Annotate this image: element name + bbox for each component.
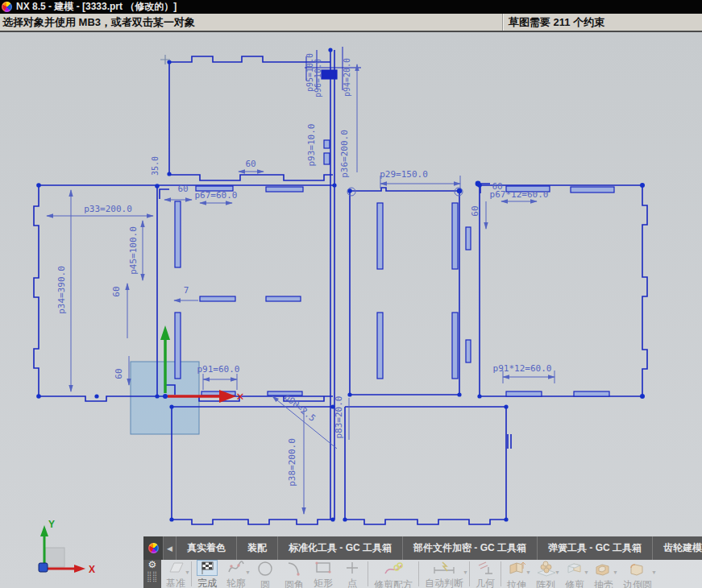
datum-plane-icon [166,561,185,575]
chevron-down-icon[interactable]: ▼ [651,569,657,575]
tool-label: 几何 [476,577,495,588]
tool-profile[interactable]: ▼ 轮廓 [222,560,251,588]
nx-logo-icon [2,2,12,12]
tool-label: 抽壳 [594,578,613,588]
chevron-down-icon[interactable]: ▼ [525,569,531,575]
dimension-label: p67=60.0 [195,190,238,201]
window-title: NX 8.5 - 建模 - [3333.prt （修改的）] [16,0,177,14]
x-axis-marker: ✕ [236,391,245,403]
fillet-icon [285,561,304,577]
bottom-toolbar: ◀ 真实着色 装配 标准化工具 - GC 工具箱 部件文件加密 - GC 工具箱… [143,536,702,588]
tool-label: 拉伸 [507,578,526,588]
sketch-geometry[interactable] [34,47,647,524]
tool-auto-dimension[interactable]: ▼ 自动判断 [420,560,468,588]
dimension-label: p29=150.0 [380,169,428,180]
tool-label: 完成 [197,577,217,588]
chevron-down-icon[interactable]: ▼ [613,569,618,575]
status-bar: 选择对象并使用 MB3，或者双击某一对象 草图需要 211 个约束 [0,14,702,32]
trim-icon [565,561,584,577]
graphics-window[interactable]: p33=200.0 p34=390.0 p45=100.0 60 35.0 60… [0,32,702,588]
circle-icon [255,561,275,577]
tab-gear-modeling-gc[interactable]: 齿轮建模 - GC 工具箱 [652,536,702,560]
tool-label: 自动判断 [425,577,463,588]
tool-shell[interactable]: ▼ 抽壳 [589,560,618,588]
tab-true-shading[interactable]: 真实着色 [176,536,236,560]
dimension-label: p93=10.0 [306,124,317,167]
tool-label: 边倒圆 [623,578,652,588]
chevron-down-icon[interactable]: ▼ [584,569,589,575]
tool-rectangle[interactable]: 矩形 [309,560,338,588]
wcs-origin-cube [39,563,48,572]
dimension-label: p83=20.0 [334,396,344,439]
tool-point[interactable]: 点 [338,560,367,588]
wcs-y-arrow [40,525,48,536]
tool-fillet[interactable]: 圆角 [280,560,309,588]
dimension-label: p45=100.0 [128,226,139,275]
dimension-label: 60 [470,205,480,216]
dimension-label: 60 [177,184,188,194]
prompt-text: 选择对象并使用 MB3，或者双击某一对象 [0,14,504,31]
tool-geometry-constraint[interactable]: 几何 [471,560,500,588]
nx-logo-button[interactable] [143,536,163,560]
dimension-label: 60 [111,286,122,296]
dimension-label: p94=20.0 [343,58,351,97]
tool-label: 圆 [260,578,270,588]
collapse-toolbar-button[interactable]: ◀ [163,536,176,560]
y-axis-arrow[interactable] [160,325,170,340]
chevron-down-icon[interactable]: ▼ [245,569,251,575]
wcs-plane [45,548,64,567]
tab-assembly[interactable]: 装配 [236,536,277,560]
chevron-down-icon[interactable]: ▼ [463,569,468,575]
dimension-label: 35.0 [151,156,160,176]
tab-standard-tools-gc[interactable]: 标准化工具 - GC 工具箱 [277,536,402,560]
trim-recipe-icon [384,561,403,577]
tool-extrude[interactable]: ▼ 拉伸 [502,560,531,588]
edge-blend-icon [628,561,647,577]
dimension-label: p34=390.0 [56,266,67,314]
nx-logo-icon [148,543,159,553]
shell-icon [594,561,613,577]
tool-label: 阵列 [536,578,555,588]
dimension-label: 60 [245,159,255,169]
wcs-x-label: X [89,564,95,575]
sketch-slots[interactable] [175,70,614,396]
tool-label: 矩形 [314,577,333,588]
tool-label: 点 [347,577,357,588]
wcs-triad: Y X [39,519,95,575]
tool-pattern[interactable]: ▼ 阵列 [531,560,560,588]
toolbar-tab-row: ◀ 真实着色 装配 标准化工具 - GC 工具箱 部件文件加密 - GC 工具箱… [143,536,702,560]
tool-edge-blend[interactable]: ▼ 边倒圆 [618,560,657,588]
chevron-down-icon[interactable]: ▼ [555,569,560,575]
wcs-y-label: Y [48,519,55,530]
dimension-label: p91=60.0 [197,364,240,375]
dimension-lines[interactable] [47,64,555,514]
tool-datum[interactable]: ▼ 基准 [161,560,190,588]
finish-flag-icon [197,561,217,575]
tab-spring-tools-gc[interactable]: 弹簧工具 - GC 工具箱 [537,536,652,560]
toolbar-tool-row: ⚙ ⠿⠿⠿⠿ ▼ 基准 完成 [143,560,702,588]
tool-trim-recipe[interactable]: 修剪配方 [369,560,417,588]
nx-window: NX 8.5 - 建模 - [3333.prt （修改的）] 选择对象并使用 M… [0,0,702,588]
dimension-label: p96=10.0 [314,59,322,97]
chevron-down-icon[interactable]: ▼ [185,569,190,575]
constraint-status: 草图需要 211 个约束 [504,14,702,31]
tool-label: 轮廓 [226,577,246,588]
grid-dots-icon: ⠿⠿⠿⠿ [147,572,158,583]
sketch-view[interactable]: p33=200.0 p34=390.0 p45=100.0 60 35.0 60… [0,32,702,588]
extrude-icon [507,561,526,577]
dimension-label: 60 [114,368,124,379]
dimension-label: p38=200.0 [287,438,297,487]
dimension-label: p33=200.0 [84,204,132,214]
tool-finish-sketch[interactable]: 完成 [193,560,222,588]
tool-trim[interactable]: ▼ 修剪 [560,560,589,588]
tool-circle[interactable]: 圆 [251,560,280,588]
tab-part-encryption-gc[interactable]: 部件文件加密 - GC 工具箱 [402,536,537,560]
pattern-icon [536,561,555,577]
tool-label: 基准 [166,577,185,588]
geometry-constraint-icon [476,561,495,575]
tool-label: 修剪配方 [374,578,413,588]
point-icon [343,561,362,575]
toolbar-settings-button[interactable]: ⚙ ⠿⠿⠿⠿ [143,560,161,588]
auto-dimension-icon [430,561,458,575]
profile-icon [226,561,246,575]
